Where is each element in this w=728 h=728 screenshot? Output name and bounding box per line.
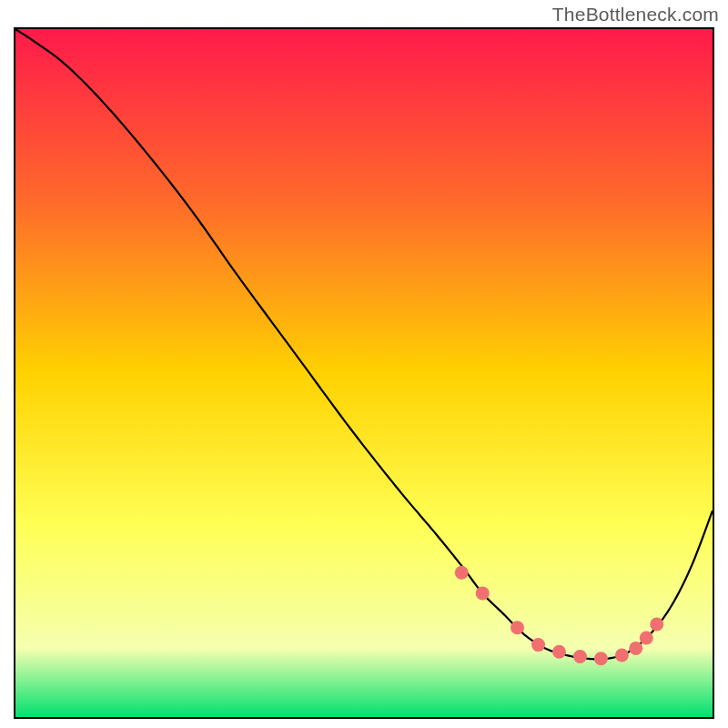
data-marker — [531, 638, 545, 652]
data-marker — [552, 645, 566, 659]
watermark-text: TheBottleneck.com — [552, 4, 719, 25]
data-marker — [640, 632, 653, 645]
data-marker — [650, 617, 663, 631]
data-marker — [594, 652, 608, 665]
chart-svg — [15, 29, 713, 717]
gradient-background — [15, 29, 713, 717]
data-marker — [615, 648, 629, 662]
data-marker — [511, 621, 524, 634]
data-marker — [629, 642, 642, 655]
plot-area — [14, 27, 714, 719]
data-marker — [455, 566, 469, 580]
chart-container: TheBottleneck.com — [0, 0, 728, 728]
data-marker — [573, 650, 587, 663]
data-marker — [476, 586, 490, 600]
